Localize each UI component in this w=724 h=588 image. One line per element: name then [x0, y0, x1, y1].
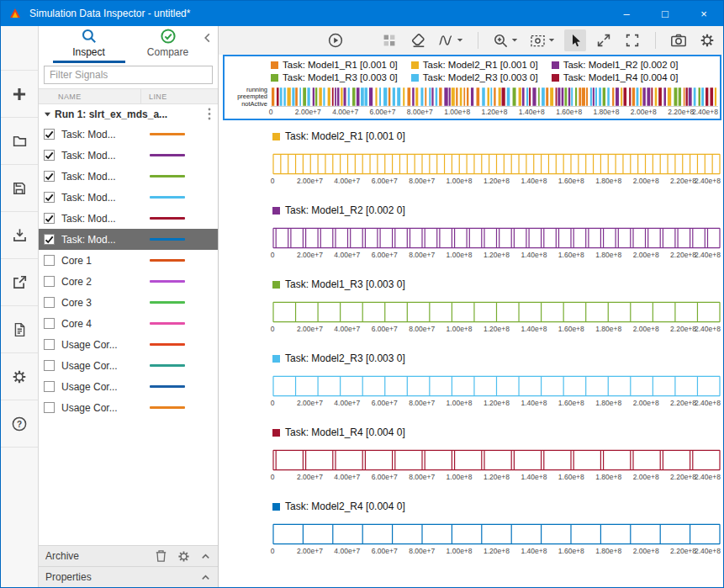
signal-label: Usage Cor... — [61, 402, 142, 414]
signal-checkbox[interactable] — [44, 234, 55, 245]
legend-label: Task: Model1_R1 [0.001 0] — [283, 60, 398, 70]
signal-label: Core 4 — [61, 318, 142, 330]
signal-row[interactable]: Core 1 — [39, 250, 218, 271]
dropdown-caret-icon[interactable] — [548, 38, 555, 43]
subplot[interactable]: Task: Model2_R4 [0.004 0]02.00e+74.00e+7… — [223, 501, 721, 575]
collapse-sidebar-button[interactable] — [200, 30, 215, 45]
snapshot-button[interactable] — [668, 29, 690, 51]
signal-checkbox[interactable] — [44, 339, 55, 350]
archive-settings-gear-icon[interactable] — [177, 550, 190, 563]
x-tick-label: 8.00e+7 — [407, 108, 433, 116]
signal-label: Task: Mod... — [61, 192, 142, 204]
signal-row[interactable]: Usage Cor... — [39, 355, 218, 376]
properties-collapse-icon[interactable] — [200, 572, 211, 583]
x-axis-ticks: 02.00e+74.00e+76.00e+78.00e+71.00e+81.20… — [272, 324, 721, 334]
layout-button[interactable] — [378, 29, 400, 51]
x-tick-label: 2.00e+7 — [295, 108, 321, 116]
signal-line-swatch — [150, 364, 185, 367]
replay-button[interactable] — [325, 29, 346, 51]
open-button[interactable] — [1, 117, 38, 164]
signal-checkbox[interactable] — [44, 192, 55, 203]
selected-subplot[interactable]: Task: Model1_R1 [0.001 0]Task: Model2_R1… — [223, 55, 721, 120]
caret-down-icon[interactable] — [44, 111, 51, 118]
signal-checkbox[interactable] — [44, 171, 55, 182]
subplot[interactable]: Task: Model1_R3 [0.003 0]02.00e+74.00e+7… — [223, 278, 721, 352]
settings-button[interactable] — [696, 29, 718, 51]
signal-row[interactable]: Usage Cor... — [39, 376, 218, 397]
grid-icon — [382, 33, 397, 48]
preferences-button[interactable] — [1, 352, 38, 400]
signal-checkbox[interactable] — [44, 255, 55, 266]
signal-row[interactable]: Core 2 — [39, 271, 218, 292]
signal-row[interactable]: Task: Mod... — [39, 124, 218, 145]
subplot[interactable]: Task: Model2_R1 [0.001 0]02.00e+74.00e+7… — [223, 130, 721, 204]
dropdown-caret-icon[interactable] — [511, 38, 518, 43]
export-button[interactable] — [1, 258, 38, 305]
close-button[interactable]: × — [684, 1, 723, 26]
eraser-icon — [410, 33, 426, 49]
toolbar-separator — [655, 32, 656, 49]
signal-line-swatch — [150, 343, 185, 346]
help-button[interactable]: ? — [1, 400, 38, 447]
zoom-button[interactable] — [490, 29, 521, 51]
signal-row[interactable]: Usage Cor... — [39, 334, 218, 355]
add-button[interactable] — [1, 70, 38, 117]
pointer-button[interactable] — [564, 29, 586, 51]
import-button[interactable] — [1, 211, 38, 258]
report-button[interactable] — [1, 305, 38, 352]
archive-bar[interactable]: Archive — [39, 545, 218, 566]
signal-checkbox[interactable] — [44, 402, 55, 413]
signal-style-button[interactable] — [436, 29, 466, 51]
trash-icon[interactable] — [155, 549, 167, 563]
x-tick-label: 4.00e+7 — [334, 473, 360, 481]
filter-signals-input[interactable] — [44, 66, 213, 84]
archive-collapse-icon[interactable] — [200, 551, 211, 562]
signal-checkbox[interactable] — [44, 129, 55, 140]
signal-label: Usage Cor... — [61, 360, 142, 372]
maximize-button[interactable]: □ — [646, 1, 684, 26]
x-tick-label: 1.20e+8 — [484, 251, 510, 259]
signal-row[interactable]: Usage Cor... — [39, 397, 218, 418]
kebab-menu-icon[interactable] — [208, 108, 211, 120]
subplot[interactable]: Task: Model1_R4 [0.004 0]02.00e+74.00e+7… — [223, 426, 721, 501]
legend-swatch — [411, 74, 419, 82]
signal-checkbox[interactable] — [44, 150, 55, 161]
signal-checkbox[interactable] — [44, 360, 55, 371]
x-tick-label: 2.00e+8 — [633, 251, 659, 259]
legend-swatch — [552, 74, 559, 82]
legend-swatch — [271, 61, 278, 69]
report-icon — [13, 322, 27, 337]
x-tick-label: 8.00e+7 — [409, 251, 435, 259]
clear-plots-button[interactable] — [407, 29, 429, 51]
signal-row[interactable]: Task: Mod... — [39, 187, 218, 208]
signal-checkbox[interactable] — [44, 318, 55, 329]
signal-checkbox[interactable] — [44, 213, 55, 224]
subplot[interactable]: Task: Model2_R3 [0.003 0]02.00e+74.00e+7… — [223, 352, 721, 426]
properties-bar[interactable]: Properties — [39, 566, 218, 587]
save-button[interactable] — [1, 164, 38, 211]
signal-checkbox[interactable] — [44, 297, 55, 308]
subplot-legend: Task: Model2_R4 [0.004 0] — [272, 501, 721, 512]
signal-row[interactable]: Task: Mod... — [39, 208, 218, 229]
signal-checkbox[interactable] — [44, 381, 55, 392]
x-tick-label: 0 — [271, 251, 275, 259]
expand-icon — [596, 33, 611, 48]
signal-line-swatch — [150, 259, 185, 262]
dropdown-caret-icon[interactable] — [457, 38, 463, 43]
x-axis-ticks: 02.00e+74.00e+76.00e+78.00e+71.00e+81.20… — [272, 546, 721, 556]
subplot[interactable]: Task: Model1_R2 [0.002 0]02.00e+74.00e+7… — [223, 204, 721, 278]
run-row[interactable]: Run 1: slrt_ex_mds_a... — [39, 104, 218, 124]
signal-checkbox[interactable] — [44, 276, 55, 287]
legend-swatch — [272, 429, 280, 437]
fit-to-view-button[interactable] — [527, 29, 558, 51]
signal-row[interactable]: Core 3 — [39, 292, 218, 313]
signal-row[interactable]: Task: Mod... — [39, 166, 218, 187]
signal-row[interactable]: Task: Mod... — [39, 145, 218, 166]
signal-row[interactable]: Core 4 — [39, 313, 218, 334]
tab-compare[interactable]: Compare — [132, 26, 204, 63]
expand-button[interactable] — [593, 29, 615, 51]
minimize-button[interactable]: – — [607, 1, 646, 26]
fullscreen-button[interactable] — [621, 29, 643, 51]
tab-inspect[interactable]: Inspect — [53, 26, 125, 63]
signal-row[interactable]: Task: Mod... — [39, 229, 218, 250]
